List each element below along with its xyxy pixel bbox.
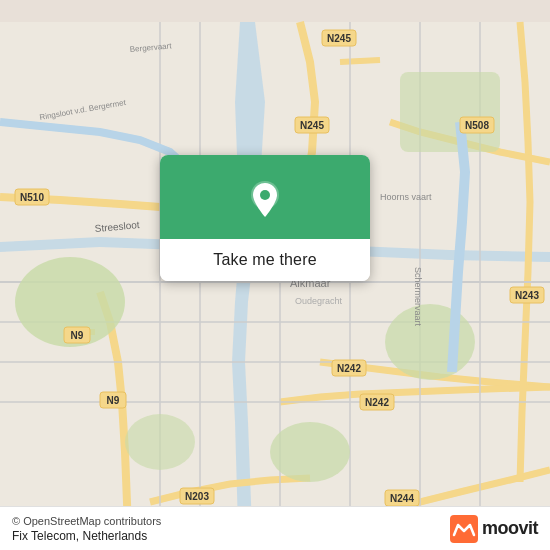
svg-text:N245: N245 [300,120,324,131]
map-container: N510 N245 N245 N9 N9 N242 N242 N203 N244… [0,0,550,550]
svg-text:Hoorns vaart: Hoorns vaart [380,192,432,202]
svg-rect-47 [450,515,478,543]
svg-text:Oudegracht: Oudegracht [295,296,343,306]
svg-text:N242: N242 [365,397,389,408]
take-me-there-button[interactable]: Take me there [160,239,370,281]
svg-text:N243: N243 [515,290,539,301]
svg-text:N242: N242 [337,363,361,374]
svg-point-13 [270,422,350,482]
card-header [160,155,370,239]
svg-point-12 [385,304,475,380]
moovit-logo: moovit [450,515,538,543]
svg-text:N510: N510 [20,192,44,203]
moovit-label: moovit [482,518,538,539]
location-pin-icon [243,177,287,221]
moovit-icon [450,515,478,543]
svg-point-46 [260,190,270,200]
svg-text:N244: N244 [390,493,414,504]
svg-text:N9: N9 [71,330,84,341]
bottom-bar: © OpenStreetMap contributors Fix Telecom… [0,506,550,550]
attribution-text: © OpenStreetMap contributors [12,515,161,527]
svg-point-14 [125,414,195,470]
svg-text:Schermervaart: Schermervaart [413,267,423,327]
svg-text:N9: N9 [107,395,120,406]
svg-text:N203: N203 [185,491,209,502]
location-name-text: Fix Telecom, Netherlands [12,529,161,543]
bottom-bar-left: © OpenStreetMap contributors Fix Telecom… [12,515,161,543]
svg-text:N508: N508 [465,120,489,131]
location-overlay-card: Take me there [160,155,370,281]
svg-text:N245: N245 [327,33,351,44]
svg-rect-15 [400,72,500,152]
